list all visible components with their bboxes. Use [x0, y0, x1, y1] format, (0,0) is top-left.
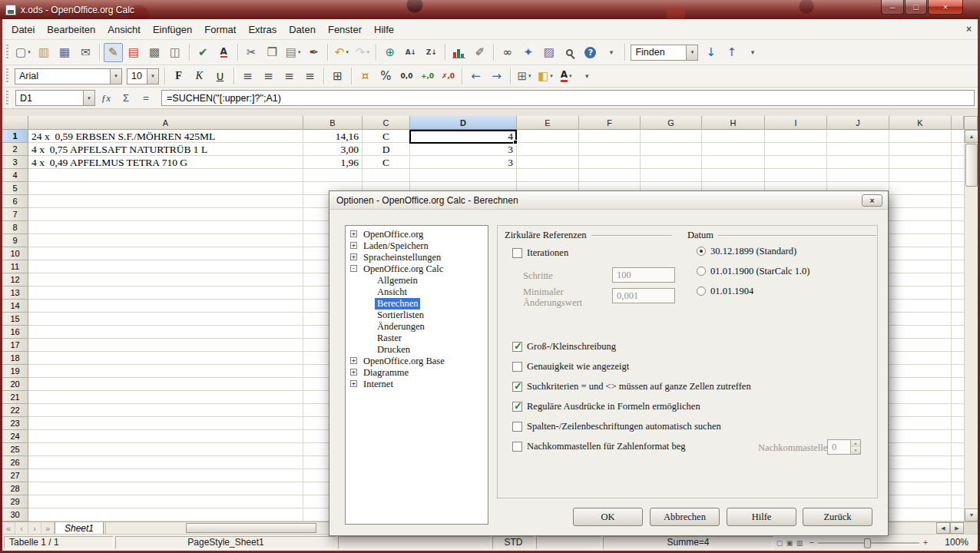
- row-header-9[interactable]: 9: [2, 234, 28, 247]
- print-icon[interactable]: ▩: [145, 43, 164, 62]
- checkbox-gro-kleinschreibung[interactable]: Groß-/Kleinschreibung: [512, 340, 616, 353]
- dialog-close-button[interactable]: ×: [862, 194, 882, 207]
- cell-b-2[interactable]: 3,00: [303, 143, 362, 156]
- column-header-d[interactable]: D: [410, 116, 517, 130]
- sort-ascending-icon[interactable]: A↓: [401, 43, 420, 62]
- date-option-01-01-1904[interactable]: 01.01.1904: [697, 285, 753, 297]
- row-header-26[interactable]: 26: [2, 456, 28, 469]
- horizontal-scrollbar-thumb[interactable]: [186, 523, 316, 533]
- menu-item-ansicht[interactable]: Ansicht: [101, 21, 147, 38]
- tree-expand-icon[interactable]: +: [350, 230, 357, 237]
- remove-decimal-icon[interactable]: ✗,0: [439, 67, 458, 86]
- cell-a-1[interactable]: 24 x 0,59 ERBSEN S.F./MÖHREN 425ML: [28, 130, 303, 143]
- hyperlink-icon[interactable]: ⊕: [380, 43, 399, 62]
- align-center-icon[interactable]: ≡: [259, 67, 278, 86]
- tree-item-ansicht[interactable]: Ansicht: [346, 286, 488, 298]
- row-header-10[interactable]: 10: [2, 247, 28, 260]
- format-paintbrush-icon[interactable]: ✒: [304, 43, 323, 62]
- dialog-titlebar[interactable]: Optionen - OpenOffice.org Calc - Berechn…: [329, 191, 888, 210]
- font-name-combobox-dropdown-icon[interactable]: ▾: [110, 69, 121, 84]
- spellcheck-icon[interactable]: ✔: [194, 43, 213, 62]
- minimize-button[interactable]: –: [881, 0, 904, 15]
- name-box-dropdown-icon[interactable]: ▾: [83, 91, 94, 105]
- column-header-j[interactable]: J: [827, 116, 889, 130]
- tree-item-nderungen[interactable]: Änderungen: [346, 321, 488, 333]
- row-header-27[interactable]: 27: [2, 469, 28, 482]
- tree-item-openoffice-org-base[interactable]: +OpenOffice.org Base: [346, 356, 488, 367]
- tree-item-laden-speichern[interactable]: +Laden/Speichern: [346, 240, 488, 252]
- increase-indent-icon[interactable]: →: [487, 67, 506, 86]
- find-combobox[interactable]: Finden▾: [631, 45, 698, 61]
- std-more-icon[interactable]: ▾: [743, 43, 762, 62]
- menu-item-einf-gen[interactable]: Einfügen: [147, 21, 198, 38]
- calc-app-icon[interactable]: [5, 5, 16, 15]
- row-header-5[interactable]: 5: [2, 182, 28, 195]
- status-selection-mode[interactable]: STD: [492, 536, 535, 549]
- tree-expand-icon[interactable]: +: [350, 253, 357, 260]
- redo-icon[interactable]: ↷▾: [353, 43, 372, 62]
- standard-format-icon[interactable]: 0,0: [397, 67, 416, 86]
- column-header-f[interactable]: F: [579, 116, 641, 130]
- column-header-partial[interactable]: [952, 116, 964, 130]
- date-option-01-01-1900-starcalc-1-0[interactable]: 01.01.1900 (StarCalc 1.0): [697, 265, 810, 277]
- tree-item-spracheinstellungen[interactable]: +Spracheinstellungen: [346, 252, 488, 263]
- row-header-11[interactable]: 11: [2, 260, 28, 273]
- row-header-12[interactable]: 12: [2, 273, 28, 286]
- toolbar-grip[interactable]: [6, 45, 8, 60]
- tree-expand-icon[interactable]: +: [350, 369, 357, 376]
- cell-c-3[interactable]: C: [363, 156, 409, 169]
- multi-page-view-icon[interactable]: ▣: [785, 538, 794, 548]
- dialog-button-hilfe[interactable]: Hilfe: [727, 508, 796, 526]
- navigator-icon[interactable]: ✦: [518, 43, 538, 62]
- copy-icon[interactable]: ❐: [263, 43, 282, 62]
- tree-item-allgemein[interactable]: Allgemein: [346, 275, 488, 286]
- row-header-25[interactable]: 25: [2, 443, 28, 456]
- name-box[interactable]: D1 ▾: [15, 90, 95, 106]
- underline-icon[interactable]: U: [210, 67, 230, 86]
- fmt-more-icon[interactable]: ▾: [578, 67, 597, 86]
- tree-item-diagramme[interactable]: +Diagramme: [346, 367, 488, 379]
- row-header-29[interactable]: 29: [2, 495, 28, 508]
- dialog-button-ok[interactable]: OK: [573, 508, 643, 526]
- merge-cells-icon[interactable]: ⊞: [328, 67, 347, 86]
- equals-icon[interactable]: =: [137, 90, 155, 107]
- scroll-up-icon[interactable]: ▲: [965, 130, 978, 143]
- zoom-icon[interactable]: [560, 43, 579, 62]
- font-size-combobox[interactable]: 10▾: [127, 68, 159, 84]
- row-header-19[interactable]: 19: [2, 365, 28, 378]
- row-header-17[interactable]: 17: [2, 339, 28, 352]
- sort-descending-icon[interactable]: Z↓: [422, 43, 441, 62]
- formula-input[interactable]: =SUCHEN("[:upper:]?";A1): [161, 90, 975, 106]
- tree-item-raster[interactable]: Raster: [346, 333, 488, 344]
- toolbar-grip[interactable]: [6, 91, 8, 106]
- iterations-checkbox[interactable]: Iterationen: [512, 247, 568, 259]
- toolbar-options-icon[interactable]: ▾: [601, 43, 621, 62]
- maximize-button[interactable]: □: [905, 0, 927, 15]
- row-header-28[interactable]: 28: [2, 482, 28, 495]
- page-preview-icon[interactable]: ◫: [166, 43, 185, 62]
- italic-icon[interactable]: K: [190, 67, 209, 86]
- cut-icon[interactable]: ✂: [242, 43, 261, 62]
- checkbox-genauigkeit-wie-angezeigt[interactable]: Genauigkeit wie angezeigt: [512, 360, 629, 373]
- row-header-21[interactable]: 21: [2, 391, 28, 404]
- undo-icon[interactable]: ↶▾: [332, 43, 351, 62]
- align-right-icon[interactable]: ≡: [280, 67, 299, 86]
- column-header-a[interactable]: A: [28, 116, 303, 130]
- row-header-20[interactable]: 20: [2, 378, 28, 391]
- sheet-tab-sheet1[interactable]: Sheet1: [55, 522, 104, 534]
- cell-c-2[interactable]: D: [363, 143, 409, 156]
- function-wizard-icon[interactable]: ƒx: [97, 90, 115, 107]
- row-header-16[interactable]: 16: [2, 326, 28, 339]
- menu-item-extras[interactable]: Extras: [242, 21, 283, 38]
- edit-mode-icon[interactable]: ✎: [104, 43, 123, 62]
- checkbox-nachkommastellen-f-r-zahlenformat-beg[interactable]: Nachkommastellen für Zahlenformat beg: [512, 440, 686, 452]
- help-icon[interactable]: ?: [581, 43, 600, 62]
- tree-expand-icon[interactable]: +: [350, 357, 357, 364]
- new-document-icon[interactable]: ▢▾: [13, 43, 33, 62]
- cell-d-3[interactable]: 3: [410, 156, 516, 169]
- cell-a-3[interactable]: 4 x 0,49 APFELMUS TETRA 710 G: [28, 156, 303, 169]
- menu-item-format[interactable]: Format: [198, 21, 242, 38]
- document-close-icon[interactable]: ×: [966, 24, 972, 35]
- background-color-icon[interactable]: ◧▾: [535, 67, 555, 86]
- row-header-1[interactable]: 1: [2, 130, 28, 143]
